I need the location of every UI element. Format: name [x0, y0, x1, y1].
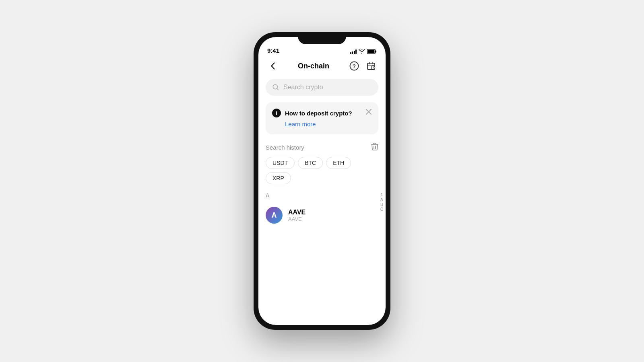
- coin-symbol-aave: AAVE: [288, 216, 305, 222]
- coin-name-aave: AAVE: [288, 209, 305, 216]
- content-area: Search crypto i How to deposit crypto? L…: [258, 79, 386, 325]
- clear-history-button[interactable]: [371, 142, 378, 152]
- alpha-c[interactable]: C: [380, 207, 383, 212]
- help-button[interactable]: ?: [348, 60, 361, 72]
- alpha-1[interactable]: 1: [380, 193, 383, 197]
- chip-eth[interactable]: ETH: [326, 157, 351, 169]
- page-title: On-chain: [298, 62, 329, 70]
- header: On-chain ?: [258, 56, 386, 79]
- phone-screen: 9:41: [258, 37, 386, 325]
- svg-point-7: [273, 84, 277, 89]
- notch: [298, 32, 346, 44]
- search-history-label: Search history: [266, 144, 304, 151]
- status-time: 9:41: [267, 47, 279, 54]
- coin-icon-letter: A: [272, 211, 277, 220]
- svg-text:?: ?: [353, 63, 356, 69]
- chip-usdt[interactable]: USDT: [266, 157, 295, 169]
- alphabet-sidebar: 1 A B C: [380, 193, 383, 212]
- coin-icon-aave: A: [266, 207, 283, 224]
- alpha-a[interactable]: A: [380, 197, 383, 202]
- status-icons: [350, 49, 377, 54]
- back-button[interactable]: [266, 60, 279, 72]
- history-chips: USDT BTC ETH XRP: [266, 157, 378, 184]
- info-card: i How to deposit crypto? Learn more: [266, 102, 378, 134]
- signal-icon: [350, 49, 357, 54]
- alpha-b[interactable]: B: [380, 202, 383, 207]
- search-bar[interactable]: Search crypto: [266, 79, 378, 96]
- wifi-icon: [359, 49, 365, 54]
- chip-xrp[interactable]: XRP: [266, 172, 291, 184]
- chip-btc[interactable]: BTC: [298, 157, 323, 169]
- battery-icon: [367, 49, 377, 54]
- search-history-header: Search history: [266, 142, 378, 152]
- search-placeholder: Search crypto: [283, 84, 323, 91]
- info-icon: i: [272, 109, 281, 117]
- info-card-header: i How to deposit crypto?: [272, 109, 372, 117]
- header-actions: ?: [348, 60, 378, 72]
- search-icon: [272, 84, 279, 91]
- learn-more-link[interactable]: Learn more: [285, 121, 316, 128]
- phone-frame: 9:41: [254, 32, 390, 330]
- schedule-button[interactable]: [365, 60, 378, 72]
- svg-rect-1: [376, 50, 377, 52]
- info-card-title: How to deposit crypto?: [285, 110, 352, 117]
- info-card-close-button[interactable]: [365, 108, 373, 116]
- coin-item-aave[interactable]: A AAVE AAVE: [266, 204, 378, 227]
- coin-info-aave: AAVE AAVE: [288, 209, 305, 222]
- svg-rect-2: [367, 50, 374, 53]
- alphabet-section-a: A: [266, 192, 378, 199]
